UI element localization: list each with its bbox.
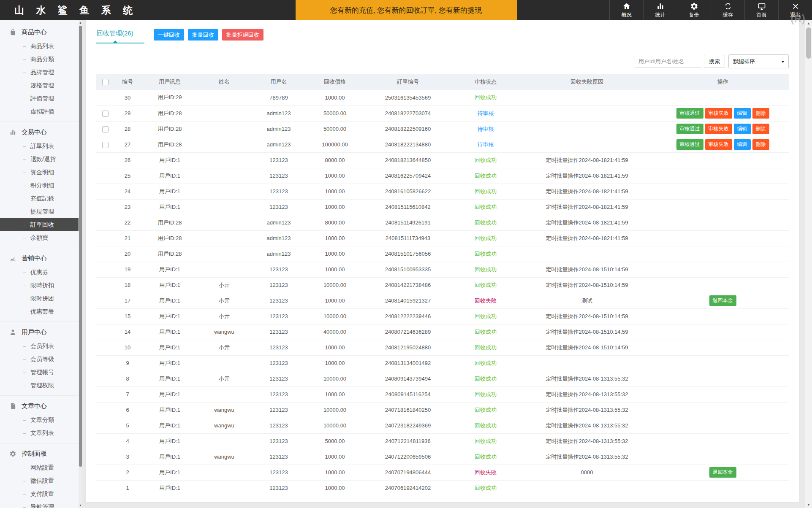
status-badge: 回收成功 [454,90,517,105]
nav-cache[interactable]: 缓存 [711,0,744,20]
one-click-recycle-button[interactable]: 一键回收 [154,29,184,41]
sidebar-item[interactable]: 商品列表 [0,40,79,53]
sidebar-section-2[interactable]: 营销中心 [0,251,79,266]
row-checkbox[interactable] [102,142,109,148]
sidebar-item[interactable]: 訂單回收 [0,218,79,231]
sidebar-item[interactable]: 退款/退貨 [0,153,79,166]
sidebar-item[interactable]: 文章列表 [0,427,79,440]
sidebar-item[interactable]: 評價管理 [0,92,79,105]
sidebar-item[interactable]: 管理帳号 [0,366,79,379]
user-info: 用戶ID:1 [141,199,199,215]
status-badge: 回收成功 [454,324,517,340]
sidebar-scrollbar[interactable]: ▲ ▼ [79,20,82,508]
sidebar-item[interactable]: 支付設置 [0,487,79,500]
reject-button[interactable]: 审核失敗 [705,124,732,134]
delete-button[interactable]: 刪除 [752,124,769,134]
sidebar-section-4[interactable]: 文章中心 [0,398,79,413]
order-number: 240815101756056 [362,246,454,262]
sidebar-item[interactable]: 品牌管理 [0,66,79,79]
refund-button[interactable]: 退回本金 [709,467,736,478]
sidebar-item[interactable]: 管理权限 [0,379,79,392]
sidebar-item[interactable]: 微信設置 [0,474,79,487]
actions-cell [657,402,789,418]
scroll-down-icon[interactable]: ▼ [79,503,82,508]
approve-button[interactable]: 审核通过 [676,108,703,119]
tree-connector-icon [23,417,27,423]
batch-reject-recycle-button[interactable]: 批量拒絕回收 [222,29,263,41]
scroll-up-icon[interactable]: ▲ [79,20,82,25]
sidebar-item[interactable]: 积分明细 [0,179,79,192]
sidebar-item[interactable]: 文章分類 [0,413,79,427]
nav-stats[interactable]: 统计 [643,0,677,20]
sidebar-section-5[interactable]: 控制面板 [0,446,79,461]
scroll-down-icon[interactable]: ▼ [805,502,812,508]
tab-recycle-management[interactable]: 回收管理(26) [96,26,144,43]
reject-button[interactable]: 审核失敗 [705,139,732,150]
real-name: wangwu [199,402,250,418]
table-row: 20用戶ID:28admin1231000.00240815101756056回… [96,246,789,262]
search-input[interactable] [635,55,702,68]
row-checkbox[interactable] [102,111,109,117]
sidebar-section-3[interactable]: 用戶中心 [0,324,79,340]
edit-button[interactable]: 编辑 [734,124,751,134]
sort-select-value: 默認排序 [733,58,755,65]
sidebar-section-label: 交易中心 [22,128,47,136]
search-button[interactable]: 搜索 [704,55,725,68]
scroll-up-icon[interactable]: ▲ [805,20,812,27]
real-name [199,433,250,449]
sidebar-item[interactable]: 訂單列表 [0,140,79,153]
sidebar-item[interactable]: 充值記錄 [0,192,79,205]
sidebar-section-1[interactable]: 交易中心 [0,124,79,140]
sidebar-section-0[interactable]: 商品中心 [0,24,79,40]
recycle-price: 40000.00 [308,324,362,340]
edit-button[interactable]: 编辑 [734,139,751,150]
select-all-checkbox[interactable] [102,79,109,85]
notification-banner[interactable]: 您有新的充值, 您有新的回收訂單, 您有新的提現 [296,0,517,20]
nav-backup[interactable]: 备份 [677,0,711,20]
row-id: 24 [114,184,141,199]
username: 123123 [250,152,308,168]
reject-button[interactable]: 审核失敗 [705,108,732,119]
sidebar-scroll-thumb[interactable] [79,26,82,467]
nav-overview[interactable]: 概况 [609,0,643,20]
page-scrollbar[interactable]: ▲ ▼ [805,20,812,508]
sidebar-item[interactable]: 优惠券 [0,266,79,279]
sidebar-item[interactable]: 规格管理 [0,79,79,92]
sidebar-item[interactable]: 优惠套餐 [0,305,79,318]
user-icon [9,329,16,336]
refund-button[interactable]: 退回本金 [709,295,736,306]
nav-homepage[interactable]: 首頁 [744,0,778,20]
batch-recycle-button[interactable]: 批量回收 [188,29,218,41]
row-id: 28 [114,121,141,137]
status-badge: 回收成功 [454,402,517,418]
fail-reason: 定时批量操作2024-08-1510:14:59 [517,340,657,355]
sidebar-item[interactable]: 余額寶 [0,231,79,244]
real-name: wangwu [199,324,250,340]
sidebar-item[interactable]: 商品分類 [0,53,79,66]
sidebar-item[interactable]: 导航管理 [0,500,79,508]
row-checkbox[interactable] [102,126,109,132]
sidebar-item[interactable]: 限時折扣 [0,279,79,292]
status-badge: 回收成功 [454,230,517,246]
actions-cell [657,371,789,386]
page-scroll-thumb[interactable] [806,27,811,59]
sidebar-item[interactable]: 虛拟評價 [0,105,79,118]
sidebar-item[interactable]: 限时拼团 [0,292,79,305]
tree-connector-icon [23,465,27,470]
actions-cell [657,215,789,230]
real-name [199,199,250,215]
delete-button[interactable]: 刪除 [752,108,769,119]
sidebar-item[interactable]: 网站設置 [0,461,79,474]
sidebar-item[interactable]: 资金明细 [0,166,79,179]
delete-button[interactable]: 刪除 [752,139,769,150]
sort-select[interactable]: 默認排序 [728,54,789,68]
sidebar-item[interactable]: 会员列表 [0,340,79,353]
actions-cell [657,246,789,262]
approve-button[interactable]: 审核通过 [676,124,703,134]
sidebar-item[interactable]: 提現管理 [0,205,79,218]
recycle-price: 1000.00 [308,355,362,371]
edit-button[interactable]: 编辑 [734,108,751,119]
approve-button[interactable]: 审核通过 [676,139,703,150]
user-info: 用戶ID:28 [141,230,199,246]
sidebar-item[interactable]: 会员等级 [0,353,79,366]
